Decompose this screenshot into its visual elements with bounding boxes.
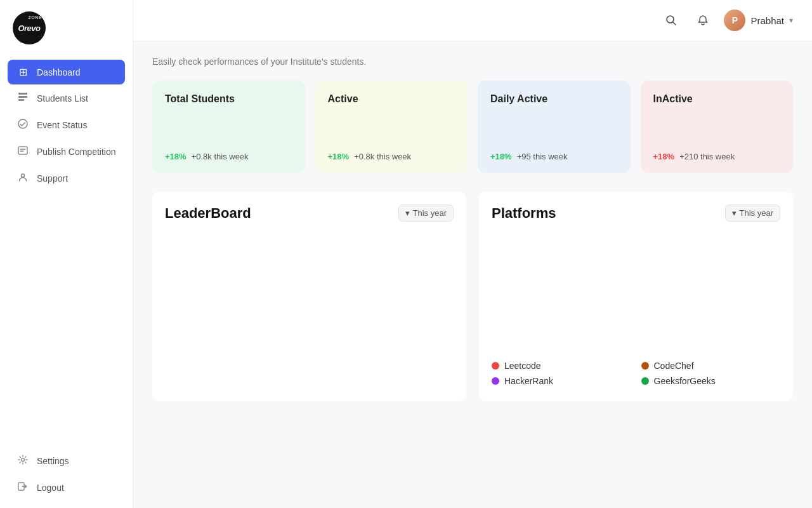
notifications-button[interactable] [692,10,714,31]
legend-item-hackerrank: HackerRank [492,376,631,386]
logo-icon: Orevo ZONE [13,11,46,44]
stat-footer-inactive: +18% +210 this week [653,152,781,161]
sidebar-item-students-list-label: Students List [37,93,88,104]
sidebar-item-settings[interactable]: Settings [8,448,125,474]
dashboard-icon: ⊞ [16,66,29,78]
stat-pct-inactive: +18% [653,152,675,161]
svg-point-6 [22,458,25,462]
stat-card-total-students: Total Students +18% +0.8k this week [152,81,305,173]
students-list-icon [16,92,29,105]
sidebar-item-logout[interactable]: Logout [8,475,125,500]
stat-footer-daily-active: +18% +95 this week [490,152,618,161]
sidebar-item-logout-label: Logout [37,483,64,493]
avatar: P [724,10,745,31]
sidebar: Orevo ZONE ⊞ Dashboard Students List [0,0,133,508]
stat-card-active: Active +18% +0.8k this week [315,81,468,173]
legend-item-geeksforgeeks: GeeksforGeeks [641,376,781,386]
stat-pct-total-students: +18% [165,152,187,161]
svg-rect-1 [18,96,27,98]
bottom-grid: LeaderBoard ▾ This year Platforms ▾ This… [152,192,793,401]
svg-rect-0 [18,93,27,95]
sidebar-item-students-list[interactable]: Students List [8,86,125,111]
sidebar-nav: ⊞ Dashboard Students List Event Status [0,55,133,441]
content-area: Easily check performances of your Instit… [133,41,812,508]
chevron-down-icon: ▾ [405,208,410,218]
leaderboard-content [165,232,454,391]
sidebar-bottom: Settings Logout [0,441,133,508]
sidebar-item-event-status-label: Event Status [37,120,87,130]
stat-title-total-students: Total Students [165,93,292,105]
platforms-header: Platforms ▾ This year [492,204,780,222]
username: Prabhat [750,15,784,26]
svg-point-3 [18,119,27,128]
codechef-dot [641,362,649,370]
logout-icon [16,481,29,494]
legend-item-codechef: CodeChef [641,361,781,371]
stat-desc-active: +0.8k this week [354,152,411,161]
svg-point-8 [667,16,674,23]
hackerrank-label: HackerRank [504,376,553,386]
logo-zone: ZONE [29,15,42,20]
main-content: P Prabhat ▾ Easily check performances of… [133,0,812,508]
leetcode-label: Leetcode [504,361,541,371]
sidebar-item-event-status[interactable]: Event Status [8,112,125,138]
stat-card-inactive: InActive +18% +210 this week [641,81,794,173]
leetcode-dot [492,362,499,370]
legend-item-leetcode: Leetcode [492,361,631,371]
sidebar-item-publish-competition[interactable]: Publish Competition [8,139,125,164]
svg-rect-2 [18,99,24,101]
stats-grid: Total Students +18% +0.8k this week Acti… [152,81,793,173]
sidebar-item-dashboard-label: Dashboard [37,67,81,77]
platforms-title: Platforms [492,205,556,222]
sidebar-item-dashboard[interactable]: ⊞ Dashboard [8,60,125,84]
svg-point-5 [22,174,25,177]
svg-rect-4 [18,147,27,154]
codechef-label: CodeChef [654,361,694,371]
stat-desc-inactive: +210 this week [679,152,735,161]
leaderboard-header: LeaderBoard ▾ This year [165,204,454,222]
stat-title-inactive: InActive [653,93,781,105]
leaderboard-year-label: This year [413,208,447,218]
sidebar-item-settings-label: Settings [37,456,69,466]
page-subtitle: Easily check performances of your Instit… [152,57,793,67]
settings-icon [16,455,29,467]
sidebar-logo: Orevo ZONE [0,0,133,55]
platforms-legend: Leetcode CodeChef HackerRank Geeksf [492,353,780,391]
stat-footer-total-students: +18% +0.8k this week [165,152,292,161]
platforms-year-select[interactable]: ▾ This year [725,204,780,222]
geeksforgeeks-label: GeeksforGeeks [654,376,716,386]
platforms-content: Leetcode CodeChef HackerRank Geeksf [492,232,780,391]
chevron-down-icon: ▾ [789,16,793,25]
sidebar-item-support[interactable]: Support [8,166,125,191]
chevron-down-icon: ▾ [732,208,737,218]
stat-desc-daily-active: +95 this week [517,152,568,161]
stat-card-daily-active: Daily Active +18% +95 this week [478,81,631,173]
user-info[interactable]: P Prabhat ▾ [724,10,793,31]
hackerrank-dot [492,377,499,385]
support-icon [16,172,29,185]
header: P Prabhat ▾ [133,0,812,41]
platforms-section: Platforms ▾ This year Leetcode [479,192,793,401]
leaderboard-year-select[interactable]: ▾ This year [398,204,454,222]
search-button[interactable] [660,10,682,31]
stat-title-daily-active: Daily Active [490,93,618,105]
leaderboard-section: LeaderBoard ▾ This year [152,192,466,401]
stat-pct-daily-active: +18% [490,152,512,161]
stat-footer-active: +18% +0.8k this week [328,152,455,161]
stat-title-active: Active [328,93,455,105]
geeksforgeeks-dot [641,377,649,385]
platforms-year-label: This year [740,208,773,218]
logo-text: Orevo [18,23,40,33]
event-status-icon [16,119,29,131]
stat-pct-active: +18% [328,152,350,161]
sidebar-item-support-label: Support [37,173,68,184]
stat-desc-total-students: +0.8k this week [192,152,249,161]
sidebar-item-publish-competition-label: Publish Competition [37,147,116,157]
publish-competition-icon [16,145,29,158]
leaderboard-title: LeaderBoard [165,205,251,222]
